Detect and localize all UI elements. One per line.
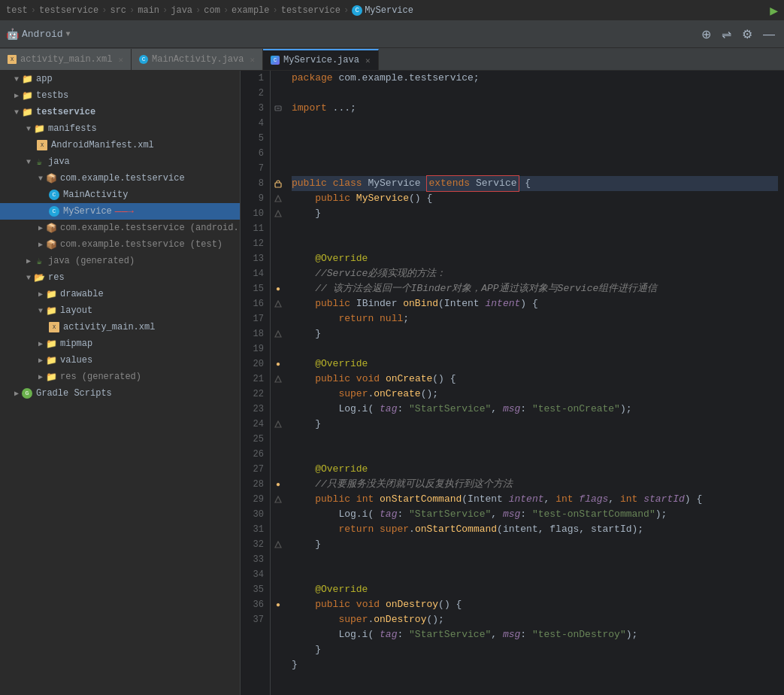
breadcrumb-item[interactable]: testservice — [281, 5, 341, 16]
breadcrumb-item[interactable]: testservice — [39, 5, 98, 16]
tab-activity-main-xml[interactable]: X activity_main.xml ✕ — [0, 49, 132, 70]
code-line-34 — [292, 567, 778, 582]
code-content[interactable]: package com.example.testservice; import … — [286, 71, 784, 695]
android-label: Android — [22, 29, 63, 40]
run-icon[interactable]: ▶ — [770, 2, 778, 19]
sidebar-item-label: testbs — [36, 90, 68, 101]
main-layout: ▼ 📁 app ▶ 📁 testbs ▼ 📁 testservice ▼ 📁 m… — [0, 71, 784, 695]
breadcrumb-sep: › — [101, 5, 107, 16]
code-line-27: @Override — [292, 462, 778, 477]
c-file-icon: C — [48, 205, 60, 217]
sidebar-item-app[interactable]: ▼ 📁 app — [0, 71, 240, 87]
tab-label: MainActivity.java — [152, 54, 244, 65]
tab-close-button[interactable]: ✕ — [365, 56, 371, 65]
java-folder-icon: ☕ — [33, 156, 45, 168]
java-folder-icon: ☕ — [33, 255, 45, 267]
expand-arrow: ▶ — [36, 372, 45, 381]
sidebar-item-testbs[interactable]: ▶ 📁 testbs — [0, 87, 240, 104]
expand-arrow: ▶ — [36, 240, 45, 249]
code-line-1: package com.example.testservice; — [292, 71, 778, 86]
code-line-18: } — [292, 326, 778, 341]
sidebar-item-activity-main-layout[interactable]: X activity_main.xml — [0, 319, 240, 335]
settings-button[interactable]: ⚙ — [739, 26, 755, 43]
sidebar-item-testservice[interactable]: ▼ 📁 testservice — [0, 104, 240, 120]
code-line-32: } — [292, 537, 778, 552]
code-line-38: Log.i( tag: "StartService", msg: "test-o… — [292, 627, 778, 642]
s-file-icon: C — [271, 56, 280, 65]
expand-arrow: ▶ — [36, 223, 45, 232]
file-tree: ▼ 📁 app ▶ 📁 testbs ▼ 📁 testservice ▼ 📁 m… — [0, 71, 241, 695]
svg-marker-3 — [275, 196, 281, 202]
extends-service-highlight: extends Service — [426, 175, 519, 192]
sidebar-item-drawable[interactable]: ▶ 📁 drawable — [0, 286, 240, 302]
breadcrumb-item[interactable]: src — [110, 5, 126, 16]
sidebar-item-res-generated[interactable]: ▶ 📁 res (generated) — [0, 369, 240, 385]
tab-myservice-java[interactable]: C MyService.java ✕ — [263, 49, 378, 70]
c-file-icon: C — [139, 55, 148, 64]
sync-button[interactable]: ⇌ — [719, 26, 734, 43]
android-icon: 🤖 — [6, 28, 19, 41]
sidebar-item-myservice[interactable]: C MyService ——→ — [0, 203, 240, 220]
breadcrumb-item[interactable]: example — [232, 5, 269, 16]
breadcrumb-item[interactable]: com — [204, 5, 220, 16]
sidebar-item-label: drawable — [60, 289, 104, 299]
breadcrumb: test › testservice › src › main › java ›… — [0, 0, 784, 21]
android-section: 🤖 Android ▼ — [6, 28, 71, 41]
code-line-4 — [292, 116, 778, 131]
sidebar-item-com-example-android[interactable]: ▶ 📦 com.example.testservice (android...) — [0, 220, 240, 236]
sidebar-item-label: res — [48, 272, 65, 283]
sidebar-item-gradle-scripts[interactable]: ▶ G Gradle Scripts — [0, 385, 240, 402]
tab-close-button[interactable]: ✕ — [118, 55, 123, 65]
package-icon: 📦 — [45, 238, 57, 250]
package-icon: 📦 — [45, 172, 57, 184]
code-line-7 — [292, 161, 778, 176]
sidebar-item-values[interactable]: ▶ 📁 values — [0, 352, 240, 369]
expand-arrow: ▶ — [24, 256, 33, 266]
expand-arrow: ▼ — [36, 175, 45, 183]
sidebar-item-res[interactable]: ▼ 📂 res — [0, 269, 240, 286]
svg-marker-4 — [275, 211, 281, 217]
sidebar-item-label: Gradle Scripts — [36, 388, 112, 399]
sidebar-item-manifests[interactable]: ▼ 📁 manifests — [0, 120, 240, 137]
breadcrumb-sep: › — [162, 5, 168, 16]
breadcrumb-item[interactable]: java — [171, 5, 192, 16]
sidebar-item-label: com.example.testservice (test) — [60, 239, 222, 250]
sidebar-item-com-example[interactable]: ▼ 📦 com.example.testservice — [0, 170, 240, 187]
folder-icon: 📁 — [33, 123, 45, 135]
res-folder-icon: 📂 — [33, 272, 45, 284]
sidebar-item-label: activity_main.xml — [63, 322, 155, 332]
globe-button[interactable]: ⊕ — [698, 26, 714, 43]
android-dropdown-icon[interactable]: ▼ — [66, 30, 71, 38]
code-editor[interactable]: 1 2 3 4 5 6 7 8 9 10 11 12 13 14 15 16 1… — [241, 71, 784, 695]
minimize-button[interactable]: — — [760, 26, 778, 43]
svg-marker-6 — [275, 331, 281, 337]
tab-close-button[interactable]: ✕ — [250, 55, 255, 65]
expand-arrow: ▼ — [24, 125, 33, 133]
code-line-39: } — [292, 642, 778, 657]
breadcrumb-sep: › — [273, 5, 278, 16]
c-file-icon: C — [48, 189, 60, 201]
code-line-21: public void onCreate() { — [292, 372, 778, 387]
expand-arrow: ▶ — [36, 290, 45, 299]
code-line-40: } — [292, 657, 778, 672]
breadcrumb-item[interactable]: test — [6, 5, 28, 16]
sidebar-item-com-example-test[interactable]: ▶ 📦 com.example.testservice (test) — [0, 236, 240, 253]
sidebar-item-mainactivity[interactable]: C MainActivity — [0, 187, 240, 203]
sidebar-item-java-generated[interactable]: ▶ ☕ java (generated) — [0, 253, 240, 269]
sidebar-item-java[interactable]: ▼ ☕ java — [0, 153, 240, 170]
sidebar-item-label: java — [48, 156, 70, 167]
tab-mainactivity-java[interactable]: C MainActivity.java ✕ — [132, 49, 263, 70]
folder-icon: 📁 — [21, 106, 33, 118]
breadcrumb-item[interactable]: main — [138, 5, 159, 16]
code-line-17: return null; — [292, 311, 778, 326]
sidebar-item-mipmap[interactable]: ▶ 📁 mipmap — [0, 335, 240, 352]
sidebar-item-label: manifests — [48, 123, 97, 134]
sidebar-item-androidmanifest[interactable]: X AndroidManifest.xml — [0, 137, 240, 153]
expand-arrow: ▶ — [36, 356, 45, 365]
xml-file-icon: X — [48, 321, 60, 333]
sidebar-item-label: res (generated) — [60, 372, 141, 382]
sidebar-item-layout[interactable]: ▼ 📁 layout — [0, 302, 240, 319]
code-line-19 — [292, 341, 778, 357]
code-line-3: import ...; — [292, 101, 778, 116]
svg-marker-10 — [275, 542, 281, 548]
